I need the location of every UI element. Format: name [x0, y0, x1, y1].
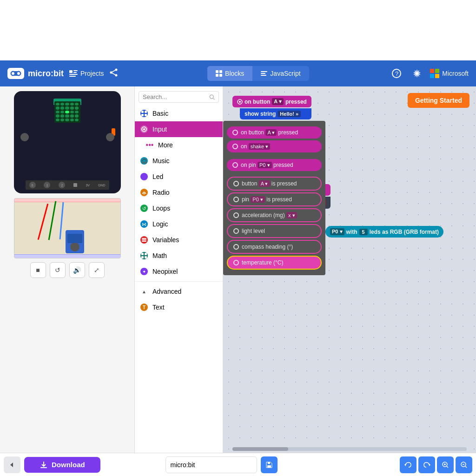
input-color-dot: [140, 126, 148, 133]
sidebar-item-input[interactable]: Input: [135, 121, 223, 137]
svg-line-27: [213, 98, 214, 99]
svg-point-34: [144, 194, 145, 195]
math-label: Math: [152, 252, 167, 259]
servo-component: [66, 230, 84, 253]
download-button[interactable]: Download: [24, 457, 100, 473]
sim-volume-button[interactable]: 🔊: [69, 262, 85, 278]
block-icon: [233, 228, 239, 234]
svg-marker-56: [404, 463, 406, 466]
zoom-out-button[interactable]: [456, 456, 472, 473]
microbit-button-a[interactable]: [20, 133, 29, 141]
block-button-a-is-pressed[interactable]: button A ▾ is pressed: [227, 177, 322, 191]
svg-point-4: [12, 72, 14, 75]
block-label: acceleration (mg) x ▾: [242, 212, 297, 218]
svg-marker-57: [429, 463, 430, 466]
svg-rect-21: [261, 73, 265, 74]
block-on-pin-p0-pressed[interactable]: on pin P0 ▾ pressed: [227, 159, 322, 171]
block-light-level[interactable]: light level: [227, 224, 322, 238]
svg-rect-8: [73, 72, 77, 73]
settings-button[interactable]: [410, 66, 424, 81]
sidebar-item-logic[interactable]: ⋈ Logic: [135, 216, 223, 232]
collapse-icon: [8, 461, 16, 469]
blocks-tab-label: Blocks: [225, 70, 244, 77]
svg-line-14: [111, 70, 116, 73]
input-dropdown-panel: on button A ▾ pressed on shake ▾ on pin …: [223, 121, 325, 275]
getting-started-button[interactable]: Getting Started: [408, 93, 469, 108]
block-label: button A ▾ is pressed: [242, 180, 297, 187]
more-dot: •••: [146, 141, 153, 149]
music-color-dot: 🎧: [140, 157, 148, 165]
sidebar-item-basic[interactable]: Basic: [135, 106, 223, 121]
microbit-button-b[interactable]: [106, 133, 114, 141]
zoom-in-button[interactable]: [437, 456, 454, 473]
tab-blocks[interactable]: Blocks: [207, 66, 252, 81]
block-on-shake[interactable]: on shake ▾: [227, 140, 322, 152]
led-color-dot: [140, 173, 148, 180]
canvas-block-on-button-a[interactable]: on button A ▾ pressed show string Hello!…: [232, 96, 311, 119]
block-event-icon: [237, 99, 243, 105]
svg-rect-31: [145, 114, 147, 116]
logo-text: micro:bit: [28, 69, 64, 79]
block-icon: [233, 212, 239, 218]
svg-rect-40: [141, 256, 144, 258]
block-on-button-a-pressed[interactable]: on button A ▾ pressed: [227, 126, 322, 139]
music-label: Music: [152, 157, 170, 165]
filename-input[interactable]: [165, 456, 257, 473]
projects-button[interactable]: Projects: [69, 70, 104, 77]
sidebar-item-text[interactable]: T Text: [135, 299, 223, 315]
canvas-block-neopixel[interactable]: P0 ▾ with 5 leds as RGB (GRB format): [325, 226, 443, 238]
redo-button[interactable]: [418, 456, 435, 473]
svg-rect-53: [40, 467, 47, 468]
sidebar-item-loops[interactable]: ↺ Loops: [135, 200, 223, 216]
svg-point-26: [210, 95, 213, 99]
scrollbar-thumb[interactable]: [232, 447, 288, 451]
svg-rect-20: [261, 71, 267, 72]
sidebar-item-radio[interactable]: Radio: [135, 185, 223, 200]
simulator-panel: 0 1 2 3V GND: [0, 86, 135, 453]
sidebar-item-variables[interactable]: Variables: [135, 232, 223, 248]
tab-javascript[interactable]: JavaScript: [252, 66, 309, 81]
sidebar-item-led[interactable]: Led: [135, 169, 223, 185]
block-label: pin P0 ▾ is pressed: [242, 196, 292, 203]
header: micro:bit Projects Blocks JavaScript ?: [0, 60, 476, 86]
sim-stop-button[interactable]: ■: [30, 262, 46, 278]
advanced-icon: ▲: [140, 288, 148, 295]
sidebar-item-music[interactable]: 🎧 Music: [135, 153, 223, 169]
block-acceleration[interactable]: acceleration (mg) x ▾: [227, 208, 322, 222]
sidebar-item-math[interactable]: Math: [135, 248, 223, 264]
save-button[interactable]: [261, 456, 278, 473]
microsoft-area: Microsoft: [430, 69, 469, 78]
search-bar: [139, 91, 219, 103]
block-label: on pin P0 ▾ pressed: [241, 162, 293, 168]
radio-color-dot: [140, 189, 148, 196]
svg-line-64: [465, 466, 467, 468]
svg-rect-18: [216, 74, 218, 77]
svg-point-43: [239, 101, 241, 103]
sidebar-item-neopixel[interactable]: ✦ Neopixel: [135, 264, 223, 279]
undo-button[interactable]: [400, 456, 416, 473]
search-input[interactable]: [143, 93, 206, 100]
sim-controls: ■ ↺ 🔊 ⤢: [30, 262, 105, 278]
microbit-logo-icon: [7, 68, 24, 79]
more-label: More: [158, 141, 173, 149]
sim-fullscreen-button[interactable]: ⤢: [89, 262, 105, 278]
help-button[interactable]: ?: [389, 66, 404, 81]
loops-color-dot: ↺: [140, 205, 148, 212]
collapse-sidebar-button[interactable]: [4, 456, 20, 473]
canvas-scrollbar[interactable]: [232, 447, 467, 451]
svg-rect-55: [268, 462, 270, 464]
block-compass-heading[interactable]: compass heading (°): [227, 240, 322, 254]
svg-text:?: ?: [395, 70, 398, 77]
ms-logo-icon: [430, 69, 439, 78]
sidebar-item-more[interactable]: ••• More: [135, 137, 223, 153]
svg-rect-19: [219, 74, 222, 77]
block-pin-p0-is-pressed[interactable]: pin P0 ▾ is pressed: [227, 192, 322, 206]
main-area: 0 1 2 3V GND: [0, 86, 476, 453]
svg-line-61: [447, 466, 448, 468]
share-button[interactable]: [110, 68, 118, 79]
svg-rect-54: [267, 465, 271, 468]
sim-restart-button[interactable]: ↺: [50, 262, 66, 278]
svg-rect-7: [73, 70, 78, 71]
block-temperature[interactable]: temperature (°C): [227, 256, 322, 270]
sidebar-item-advanced[interactable]: ▲ Advanced: [135, 284, 223, 299]
